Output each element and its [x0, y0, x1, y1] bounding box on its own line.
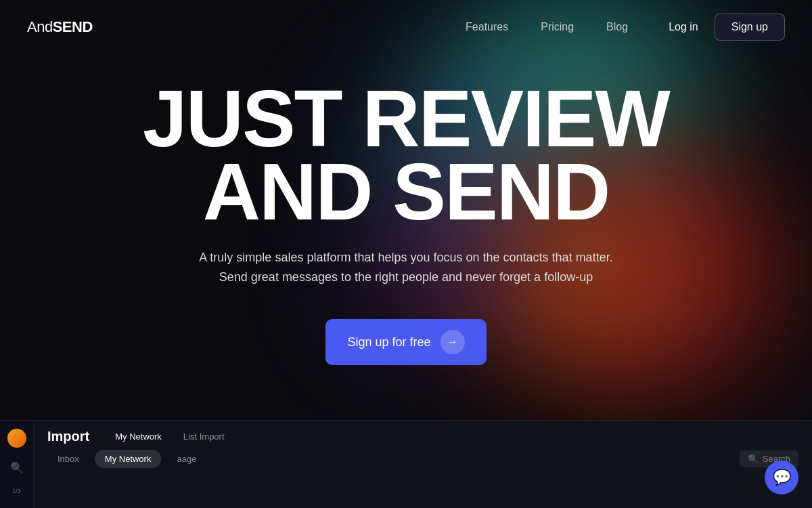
hero-title-line2: AND SEND	[143, 155, 669, 229]
preview-panel: 🔍 1/3 Import My Network List Import Inbo…	[0, 420, 812, 508]
search-icon-small: 🔍	[748, 454, 759, 464]
sidebar-badge: 1/3	[12, 488, 21, 494]
preview-tabs: My Network List Import	[106, 429, 233, 444]
navigation: AndSEND Features Pricing Blog Log in Sig…	[0, 0, 812, 54]
nav-link-features[interactable]: Features	[466, 21, 508, 33]
import-title: Import	[47, 429, 89, 444]
hero-section: JUST REVIEW AND SEND A truly simple sale…	[0, 0, 812, 420]
logo[interactable]: AndSEND	[27, 18, 93, 36]
sub-tab-inbox[interactable]: Inbox	[47, 450, 89, 468]
preview-sub-tabs: Inbox My Network aage 🔍 Search	[47, 450, 798, 468]
nav-link-pricing[interactable]: Pricing	[541, 21, 574, 33]
preview-header: Import My Network List Import	[47, 429, 798, 444]
hero-title: JUST REVIEW AND SEND	[143, 82, 669, 229]
sub-tab-my-network[interactable]: My Network	[95, 450, 162, 468]
hero-subtitle: A truly simple sales platform that helps…	[196, 248, 616, 287]
chat-icon: 💬	[773, 469, 791, 486]
cta-button[interactable]: Sign up for free →	[325, 319, 486, 365]
preview-content: Import My Network List Import Inbox My N…	[34, 421, 812, 508]
hero-title-line1: JUST REVIEW	[143, 82, 669, 156]
cta-arrow-icon: →	[441, 330, 465, 354]
sidebar-avatar	[7, 429, 26, 448]
sidebar-strip: 🔍 1/3	[0, 421, 34, 508]
logo-suffix: SEND	[53, 18, 93, 35]
cta-label: Sign up for free	[347, 335, 430, 350]
nav-actions: Log in Sign up	[669, 14, 785, 41]
logo-prefix: And	[27, 18, 53, 35]
nav-link-blog[interactable]: Blog	[606, 21, 628, 33]
signup-button[interactable]: Sign up	[715, 14, 785, 41]
tab-list-import[interactable]: List Import	[174, 429, 234, 444]
login-button[interactable]: Log in	[669, 21, 698, 33]
search-icon[interactable]: 🔍	[10, 461, 24, 474]
tab-my-network[interactable]: My Network	[106, 429, 171, 444]
nav-links: Features Pricing Blog	[466, 21, 628, 33]
chat-button[interactable]: 💬	[765, 461, 798, 494]
sub-tab-aage[interactable]: aage	[166, 450, 206, 468]
